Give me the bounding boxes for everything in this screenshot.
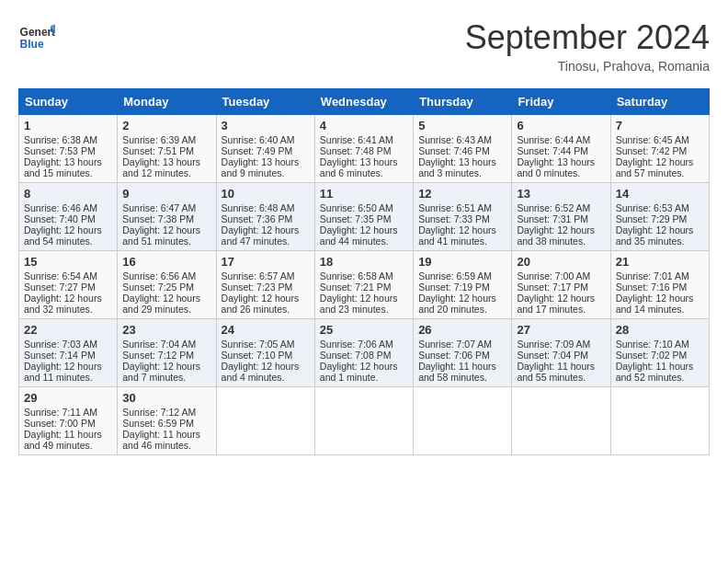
calendar-cell: 25Sunrise: 7:06 AMSunset: 7:08 PMDayligh… [314,319,413,387]
day-info: Sunset: 7:19 PM [418,282,506,293]
day-info: and 11 minutes. [24,372,112,383]
day-info: Sunrise: 6:46 AM [24,202,112,213]
day-info: Sunrise: 6:44 AM [517,134,605,145]
day-number: 2 [122,119,210,132]
day-info: Daylight: 11 hours [122,429,210,440]
day-info: and 9 minutes. [222,167,310,178]
day-info: and 49 minutes. [24,440,112,451]
day-info: and 4 minutes. [222,372,310,383]
calendar-cell: 29Sunrise: 7:11 AMSunset: 7:00 PMDayligh… [19,387,118,455]
day-info: Daylight: 12 hours [122,361,210,372]
calendar-cell: 28Sunrise: 7:10 AMSunset: 7:02 PMDayligh… [610,319,709,387]
month-title: September 2024 [465,18,710,57]
day-info: Sunset: 7:06 PM [418,350,506,361]
day-info: and 54 minutes. [24,236,112,247]
day-info: and 0 minutes. [517,167,605,178]
day-info: Sunset: 7:14 PM [24,350,112,361]
day-info: Sunset: 7:48 PM [320,145,408,156]
day-number: 20 [517,255,605,269]
calendar-cell: 10Sunrise: 6:48 AMSunset: 7:36 PMDayligh… [216,183,314,251]
day-info: Sunset: 7:38 PM [122,213,210,224]
day-info: Sunset: 7:25 PM [122,282,210,293]
calendar-cell: 8Sunrise: 6:46 AMSunset: 7:40 PMDaylight… [19,183,118,251]
day-number: 21 [616,255,704,269]
day-info: Sunset: 6:59 PM [122,418,210,429]
day-info: Daylight: 12 hours [122,293,210,304]
day-info: and 7 minutes. [122,372,210,383]
day-info: Daylight: 12 hours [24,361,112,372]
day-info: and 47 minutes. [222,236,310,247]
calendar-cell: 4Sunrise: 6:41 AMSunset: 7:48 PMDaylight… [314,115,413,183]
calendar-cell: 5Sunrise: 6:43 AMSunset: 7:46 PMDaylight… [414,115,512,183]
calendar-cell: 26Sunrise: 7:07 AMSunset: 7:06 PMDayligh… [414,319,512,387]
day-info: Sunset: 7:40 PM [24,213,112,224]
calendar-cell: 12Sunrise: 6:51 AMSunset: 7:33 PMDayligh… [414,183,512,251]
calendar-cell: 18Sunrise: 6:58 AMSunset: 7:21 PMDayligh… [314,251,413,319]
day-number: 23 [122,323,210,337]
day-info: Sunrise: 7:00 AM [517,270,605,282]
calendar-cell: 11Sunrise: 6:50 AMSunset: 7:35 PMDayligh… [314,183,413,251]
day-info: Sunrise: 7:05 AM [222,339,310,350]
day-info: and 26 minutes. [222,304,310,315]
day-info: Sunset: 7:36 PM [222,213,310,224]
day-number: 7 [616,119,704,132]
day-number: 12 [418,187,506,201]
day-info: Sunrise: 6:53 AM [616,202,704,213]
day-info: Sunset: 7:49 PM [222,145,310,156]
day-number: 19 [418,255,506,269]
day-info: Daylight: 11 hours [517,361,605,372]
calendar-cell: 7Sunrise: 6:45 AMSunset: 7:42 PMDaylight… [610,115,709,183]
day-number: 10 [222,187,310,201]
day-number: 8 [24,187,112,201]
day-info: Daylight: 13 hours [122,156,210,167]
day-number: 6 [517,119,605,132]
day-info: Daylight: 12 hours [24,293,112,304]
calendar-cell: 2Sunrise: 6:39 AMSunset: 7:51 PMDaylight… [118,115,216,183]
weekday-header: Wednesday [314,89,413,115]
weekday-header: Tuesday [216,89,314,115]
day-info: Sunset: 7:08 PM [320,350,408,361]
day-info: Daylight: 13 hours [320,156,408,167]
calendar-cell: 13Sunrise: 6:52 AMSunset: 7:31 PMDayligh… [512,183,610,251]
day-info: Sunset: 7:10 PM [222,350,310,361]
calendar-cell [314,387,413,455]
day-info: Sunset: 7:17 PM [517,282,605,293]
day-number: 5 [418,119,506,132]
day-info: Sunrise: 6:38 AM [24,134,112,145]
day-info: Sunrise: 6:43 AM [418,134,506,145]
day-info: Sunrise: 7:06 AM [320,339,408,350]
svg-text:Blue: Blue [20,38,44,51]
day-info: Sunset: 7:46 PM [418,145,506,156]
weekday-header: Thursday [414,89,512,115]
day-info: and 12 minutes. [122,167,210,178]
day-info: Sunrise: 7:07 AM [418,339,506,350]
day-info: Sunrise: 7:01 AM [616,270,704,282]
calendar-cell: 21Sunrise: 7:01 AMSunset: 7:16 PMDayligh… [610,251,709,319]
location-subtitle: Tinosu, Prahova, Romania [465,59,710,74]
day-info: Sunrise: 6:39 AM [122,134,210,145]
day-info: Sunset: 7:33 PM [418,213,506,224]
day-info: Sunrise: 6:54 AM [24,270,112,282]
day-number: 27 [517,323,605,337]
day-info: Sunset: 7:51 PM [122,145,210,156]
calendar-cell: 3Sunrise: 6:40 AMSunset: 7:49 PMDaylight… [216,115,314,183]
title-block: September 2024 Tinosu, Prahova, Romania [465,18,710,74]
day-info: Sunrise: 6:48 AM [222,202,310,213]
day-info: and 46 minutes. [122,440,210,451]
day-info: Sunset: 7:29 PM [616,213,704,224]
day-info: Daylight: 12 hours [517,224,605,236]
weekday-header: Monday [118,89,216,115]
day-info: and 38 minutes. [517,236,605,247]
day-number: 22 [24,323,112,337]
day-info: Sunset: 7:12 PM [122,350,210,361]
page-header: General Blue September 2024 Tinosu, Prah… [18,18,710,74]
day-info: Daylight: 13 hours [24,156,112,167]
day-number: 11 [320,187,408,201]
day-number: 18 [320,255,408,269]
day-number: 13 [517,187,605,201]
day-info: and 6 minutes. [320,167,408,178]
day-info: Sunset: 7:04 PM [517,350,605,361]
calendar-cell: 20Sunrise: 7:00 AMSunset: 7:17 PMDayligh… [512,251,610,319]
day-info: Sunset: 7:23 PM [222,282,310,293]
day-info: and 3 minutes. [418,167,506,178]
